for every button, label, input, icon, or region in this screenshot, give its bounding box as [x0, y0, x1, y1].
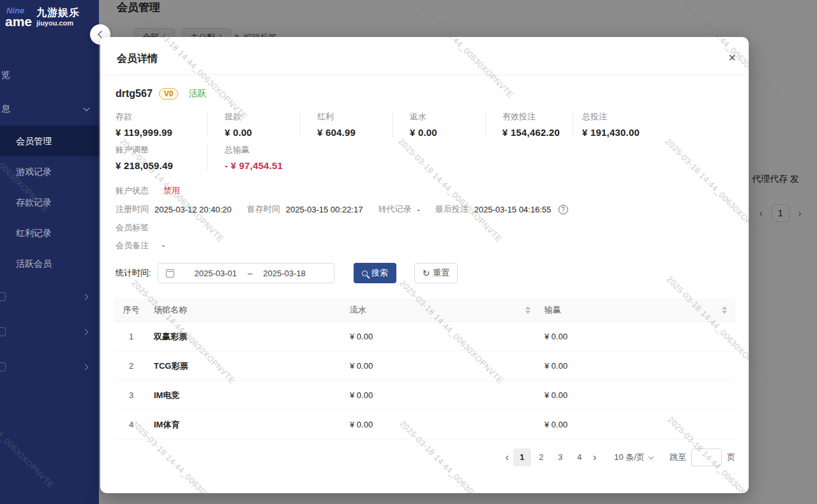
chevron-down-icon — [648, 454, 654, 459]
stat-account-adjustment: 账户调整 ¥ 218,059.49 — [116, 144, 207, 171]
member-username: drtg567 — [116, 88, 153, 100]
next-page-icon[interactable]: › — [589, 452, 600, 463]
column-header-venue: 场馆名称 — [148, 304, 344, 316]
member-note-value: - — [162, 241, 165, 250]
stat-rebate: 返水 ¥ 0.00 — [393, 111, 485, 138]
venue-stats-table: 序号 场馆名称 流水 输赢 1 双赢彩票 ¥ 0.00 ¥ 0.00 2 TCG… — [114, 299, 735, 440]
page-button-2[interactable]: 2 — [532, 448, 550, 466]
sidebar-group-collapsed-1[interactable] — [0, 283, 99, 312]
modal-title: 会员详情 — [117, 52, 158, 66]
stat-value: ¥ 0.00 — [225, 127, 300, 138]
stat-value-negative: - ¥ 97,454.51 — [225, 160, 300, 171]
page-button-1[interactable]: 1 — [513, 448, 531, 466]
reset-button[interactable]: ↻ 重置 — [414, 263, 458, 283]
member-summary: drtg567 V0 活跃 — [116, 88, 206, 100]
column-header-winloss[interactable]: 输赢 — [539, 304, 735, 316]
table-row: 2 TCG彩票 ¥ 0.00 ¥ 0.00 — [114, 352, 735, 381]
cell-turnover: ¥ 0.00 — [344, 390, 539, 400]
logo-domain: jiuyou.com — [36, 19, 80, 27]
reset-button-label: 重置 — [433, 267, 449, 279]
account-status-value: 禁用 — [163, 186, 180, 195]
page-button-4[interactable]: 4 — [571, 448, 588, 466]
table-row: 4 IM体育 ¥ 0.00 ¥ 0.00 — [114, 410, 735, 440]
stat-withdrawal: 提款 ¥ 0.00 — [207, 111, 300, 138]
sort-icon[interactable] — [722, 306, 727, 314]
cell-turnover: ¥ 0.00 — [344, 420, 539, 429]
page-unit-label: 页 — [727, 452, 735, 463]
date-separator: – — [248, 269, 252, 278]
logo-accent2-text: ame — [5, 15, 32, 28]
sidebar-item-active-members[interactable]: 活跃会员 — [0, 248, 99, 279]
date-range-picker[interactable]: 2025-03-01 – 2025-03-18 — [158, 263, 334, 283]
stat-label: 存款 — [116, 111, 207, 122]
date-start: 2025-03-01 — [195, 269, 237, 278]
cell-venue: IM体育 — [148, 419, 344, 431]
reset-icon: ↻ — [423, 269, 430, 278]
cell-index: 1 — [114, 332, 148, 341]
page-button-3[interactable]: 3 — [551, 448, 569, 466]
cell-venue: IM电竞 — [148, 390, 344, 401]
stats-row-2: 账户调整 ¥ 218,059.49 总输赢 - ¥ 97,454.51 — [116, 144, 300, 171]
close-icon[interactable]: × — [728, 51, 736, 64]
page-size-value: 10 条/页 — [614, 452, 645, 463]
chevron-right-icon — [82, 364, 89, 371]
page-size-select[interactable]: 10 条/页 — [614, 452, 653, 463]
sidebar-group-collapsed-2[interactable] — [0, 318, 99, 347]
sidebar-item-game-records[interactable]: 游戏记录 — [0, 156, 99, 187]
stat-total-winloss: 总输赢 - ¥ 97,454.51 — [207, 144, 300, 171]
stat-time-label: 统计时间: — [116, 267, 151, 279]
search-button-label: 搜索 — [371, 267, 388, 279]
kv-value: 2025-03-15 00:22:17 — [286, 205, 363, 214]
cell-winloss: ¥ 0.00 — [539, 361, 735, 371]
member-detail-modal: 会员详情 × drtg567 V0 活跃 存款 ¥ 119,999.99 提款 … — [100, 37, 749, 493]
cell-turnover: ¥ 0.00 — [344, 332, 539, 341]
page-jump: 跳至 页 — [670, 448, 735, 466]
stat-label: 返水 — [410, 111, 485, 122]
jump-page-input[interactable] — [691, 448, 722, 466]
member-tags-label: 会员标签 — [116, 223, 149, 232]
stat-bonus: 红利 ¥ 604.99 — [300, 111, 393, 138]
stat-value: ¥ 119,999.99 — [116, 127, 207, 138]
chevron-right-icon — [82, 329, 89, 336]
sidebar-item-member-management[interactable]: 会员管理 — [0, 126, 99, 156]
stat-value: ¥ 191,430.00 — [582, 127, 640, 138]
date-range-values: 2025-03-01 – 2025-03-18 — [174, 269, 326, 278]
stat-total-bets: 总投注 ¥ 191,430.00 — [573, 111, 640, 138]
sidebar-item-bonus-records[interactable]: 红利记录 — [0, 218, 99, 248]
stat-value: ¥ 154,462.20 — [502, 127, 573, 138]
help-icon[interactable]: ? — [558, 205, 568, 214]
account-status-row: 账户状态 禁用 — [116, 185, 180, 196]
sidebar-group-collapsed-3[interactable] — [0, 353, 99, 382]
divider — [100, 75, 749, 75]
register-time: 注册时间 2025-03-12 20:40:20 — [116, 204, 232, 215]
cell-index: 2 — [114, 361, 148, 371]
stat-label: 红利 — [317, 111, 393, 122]
column-header-turnover[interactable]: 流水 — [344, 304, 539, 316]
logo-wordmark: Nine ame — [6, 6, 32, 28]
stat-value: ¥ 604.99 — [317, 127, 393, 138]
app-logo: Nine ame 九游娱乐 jiuyou.com — [0, 0, 99, 33]
last-bet-time: 最后投注 2025-03-15 04:16:55 ? — [435, 204, 568, 215]
table-row: 1 双赢彩票 ¥ 0.00 ¥ 0.00 — [114, 322, 735, 352]
account-status-label: 账户状态 — [116, 186, 149, 195]
stat-valid-bets: 有效投注 ¥ 154,462.20 — [485, 111, 573, 138]
column-header-index: 序号 — [114, 304, 148, 316]
member-level-badge: V0 — [159, 88, 179, 100]
prev-page-icon[interactable]: ‹ — [502, 452, 513, 463]
cell-venue: 双赢彩票 — [148, 331, 344, 343]
sidebar-item-partial-overview[interactable]: 览 — [1, 70, 10, 81]
sidebar-item-deposit-records[interactable]: 存款记录 — [0, 187, 99, 218]
sort-icon[interactable] — [525, 306, 530, 314]
search-button[interactable]: 搜索 — [354, 263, 396, 283]
stat-label: 账户调整 — [116, 144, 207, 156]
cell-winloss: ¥ 0.00 — [539, 390, 735, 400]
search-icon — [362, 271, 368, 276]
logo-names: 九游娱乐 jiuyou.com — [36, 7, 80, 27]
cell-turnover: ¥ 0.00 — [344, 361, 539, 371]
calendar-icon — [166, 269, 174, 278]
menu-icon — [0, 362, 6, 371]
kv-label: 注册时间 — [116, 204, 149, 215]
member-activity-status: 活跃 — [188, 88, 206, 100]
cell-winloss: ¥ 0.00 — [539, 420, 735, 429]
sidebar-item-partial-member-info[interactable]: 息 — [1, 103, 10, 115]
